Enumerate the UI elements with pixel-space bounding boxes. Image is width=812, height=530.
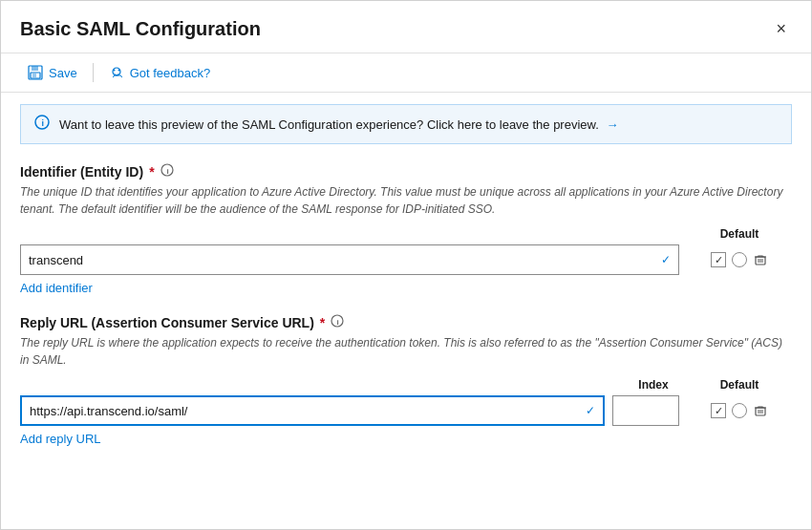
svg-point-6 (118, 70, 119, 72)
reply-url-input[interactable] (30, 404, 586, 418)
svg-point-5 (113, 70, 115, 72)
toolbar: Save Got feedback? (1, 53, 811, 93)
add-reply-url-button[interactable]: Add reply URL (20, 432, 101, 446)
reply-url-default-checkbox[interactable]: ✓ (711, 403, 726, 418)
info-banner: i Want to leave this preview of the SAML… (20, 104, 792, 144)
identifier-required-star: * (149, 164, 154, 180)
identifier-default-group: ✓ (687, 252, 792, 267)
identifier-chevron-icon: ✓ (661, 253, 671, 266)
leave-preview-link[interactable]: → (602, 117, 618, 132)
content-area: Identifier (Entity ID) * i The unique ID… (1, 156, 811, 529)
identifier-label: Identifier (Entity ID) * i (20, 163, 792, 180)
reply-url-check-mark: ✓ (715, 405, 723, 417)
basic-saml-config-panel: Basic SAML Configuration × Save Got feed… (0, 0, 812, 530)
save-button[interactable]: Save (20, 61, 85, 84)
svg-text:i: i (42, 118, 45, 128)
identifier-field-row: ✓ ✓ (20, 244, 792, 275)
reply-url-section: Reply URL (Assertion Consumer Service UR… (20, 314, 792, 446)
identifier-input[interactable] (29, 253, 661, 267)
identifier-circle-icon[interactable] (732, 252, 747, 267)
identifier-delete-icon[interactable] (753, 252, 768, 267)
identifier-section: Identifier (Entity ID) * i The unique ID… (20, 163, 792, 295)
identifier-info-icon[interactable]: i (160, 163, 174, 180)
identifier-description: The unique ID that identifies your appli… (20, 183, 792, 218)
toolbar-divider (93, 63, 94, 82)
info-circle-icon: i (34, 115, 50, 134)
reply-url-delete-icon[interactable] (753, 403, 768, 418)
reply-url-info-icon[interactable]: i (331, 314, 344, 330)
reply-url-col-headers: Index Default (20, 378, 792, 392)
reply-url-index-input[interactable] (612, 395, 679, 426)
reply-url-circle-icon[interactable] (732, 403, 747, 418)
reply-url-default-group: ✓ (687, 403, 792, 418)
feedback-button[interactable]: Got feedback? (101, 61, 219, 84)
reply-url-description: The reply URL is where the application e… (20, 334, 792, 369)
identifier-default-col-header: Default (687, 227, 792, 241)
floppy-disk-icon (28, 65, 43, 80)
panel-title: Basic SAML Configuration (20, 18, 261, 40)
reply-url-default-col-header: Default (687, 378, 792, 392)
reply-url-input-container: ✓ (20, 395, 605, 426)
identifier-input-container: ✓ (20, 244, 679, 275)
identifier-default-checkbox[interactable]: ✓ (711, 252, 726, 267)
svg-rect-1 (32, 66, 38, 71)
reply-url-chevron-icon: ✓ (586, 404, 595, 417)
svg-text:i: i (166, 167, 168, 176)
add-identifier-button[interactable]: Add identifier (20, 281, 93, 295)
svg-rect-3 (32, 74, 36, 77)
reply-url-field-row: ✓ ✓ (20, 395, 792, 426)
identifier-col-headers: Default (20, 227, 792, 241)
feedback-icon (109, 65, 124, 80)
svg-text:i: i (337, 318, 339, 327)
identifier-check-mark: ✓ (715, 254, 723, 266)
reply-url-required-star: * (320, 315, 325, 330)
panel-header: Basic SAML Configuration × (1, 1, 811, 53)
reply-url-label: Reply URL (Assertion Consumer Service UR… (20, 314, 792, 330)
reply-url-index-col-header: Index (620, 378, 687, 392)
info-banner-text: Want to leave this preview of the SAML C… (59, 117, 618, 132)
close-button[interactable]: × (770, 16, 792, 41)
